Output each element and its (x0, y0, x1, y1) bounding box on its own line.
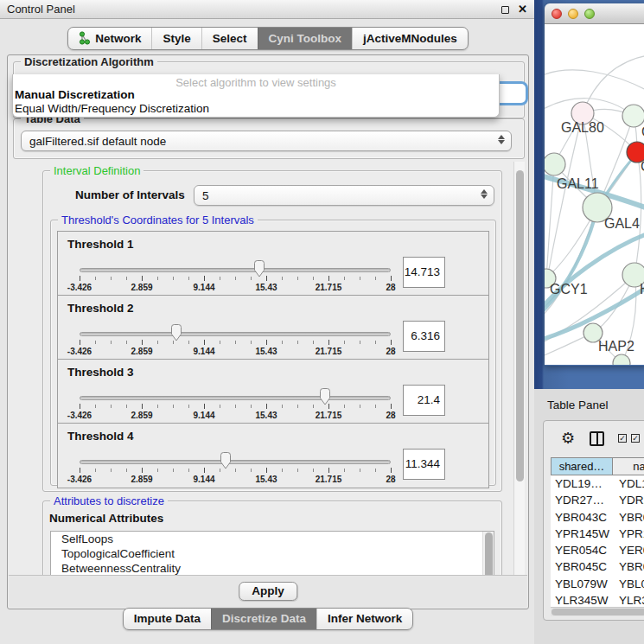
node-attribute-table[interactable]: shared…na YDL19…YDL1YDR27…YDR2YBR043CYBR… (551, 457, 644, 612)
tab-cyni-toolbox[interactable]: Cyni Toolbox (258, 28, 353, 49)
numerical-attributes-list[interactable]: SelfLoopsTopologicalCoefficientBetweenne… (50, 531, 494, 577)
table-row[interactable]: YBR045CYBR0 (551, 558, 644, 575)
threshold-panel-2: Threshold 2-3.4262.8599.14415.4321.71528… (57, 295, 489, 360)
tab-infer-network[interactable]: Infer Network (316, 609, 412, 629)
slider-tick (297, 277, 298, 280)
slider-tick (251, 341, 252, 344)
table-row[interactable]: YDR27…YDR2 (551, 492, 644, 508)
slider-tick (344, 341, 345, 344)
table-panel-inner: ⚙ ✓ ✓ shared…na YDL19…YDL1YDR27…YDR2YBR0… (543, 420, 644, 621)
tab-network[interactable]: Network (68, 28, 151, 49)
table-column-header[interactable]: shared… (551, 457, 613, 475)
slider-tick (80, 468, 80, 473)
slider-tick (80, 276, 80, 281)
threshold-slider-thumb[interactable] (169, 324, 183, 341)
threshold-slider-track[interactable] (80, 268, 391, 272)
threshold-value-field[interactable]: 11.344 (403, 449, 445, 480)
attributes-list-scrollbar[interactable] (482, 532, 494, 577)
threshold-value-field[interactable]: 21.4 (403, 385, 445, 416)
algorithm-option-manual[interactable]: Manual Discretization (13, 88, 499, 102)
network-canvas[interactable]: GAL80GCGAL11GAL4GCY1HHAP2 (545, 24, 644, 365)
slider-tick-label: 15.43 (255, 347, 277, 356)
tab-jactivemnodules[interactable]: jActiveMNodules (352, 28, 468, 49)
slider-tick (328, 276, 329, 281)
threshold-panel-1: Threshold 1-3.4262.8599.14415.4321.71528… (57, 231, 489, 296)
interval-definition-group: Interval Definition Number of Intervals … (42, 170, 502, 492)
slider-tick-label: 2.859 (131, 475, 152, 484)
threshold-slider-thumb[interactable] (318, 388, 332, 405)
threshold-slider-track[interactable] (80, 460, 391, 464)
slider-tick (173, 405, 174, 408)
threshold-slider-thumb[interactable] (219, 452, 233, 469)
slider-tick (297, 405, 298, 408)
slider-tick-label: 28 (386, 283, 395, 292)
slider-tick-label: 9.144 (193, 475, 214, 484)
thresholds-group-title: Threshold's Coordinates for 5 Intervals (58, 214, 258, 226)
threshold-slider-thumb[interactable] (252, 260, 266, 277)
close-traffic-light-icon[interactable] (552, 9, 562, 19)
slider-tick (95, 469, 96, 472)
column-split-icon[interactable] (590, 431, 604, 446)
network-node-label: GAL80 (561, 120, 604, 135)
slider-tick (360, 469, 360, 472)
slider-tick (111, 469, 112, 472)
table-row[interactable]: YER054CYER0 (551, 542, 644, 558)
attribute-list-item[interactable]: SelfLoops (51, 532, 494, 546)
close-icon[interactable]: ✕ (518, 0, 527, 19)
control-panel-titlebar: Control Panel ✕ (0, 0, 536, 19)
network-view-window: GAL80GCGAL11GAL4GCY1HHAP2 (545, 3, 644, 366)
slider-tick (204, 468, 205, 473)
network-window-titlebar[interactable] (545, 3, 644, 24)
apply-button[interactable]: Apply (239, 582, 297, 601)
slider-tick (173, 469, 174, 472)
network-node[interactable] (613, 354, 630, 365)
gear-icon[interactable]: ⚙ (561, 429, 575, 448)
threshold-label: Threshold 2 (67, 302, 134, 315)
slider-tick (142, 404, 143, 409)
checkbox-checked-icon[interactable]: ✓ (618, 434, 627, 443)
tab-label: Cyni Toolbox (269, 32, 342, 45)
zoom-traffic-light-icon[interactable] (584, 9, 595, 19)
table-column-header[interactable]: na (613, 457, 644, 475)
slider-tick (188, 277, 189, 280)
threshold-value-field[interactable]: 6.316 (403, 321, 445, 352)
tab-discretize-data[interactable]: Discretize Data (211, 609, 316, 629)
checkbox-checked-icon[interactable]: ✓ (631, 434, 640, 443)
table-row[interactable]: YDL19…YDL1 (551, 475, 644, 492)
tab-select[interactable]: Select (201, 28, 258, 49)
slider-tick (266, 276, 267, 281)
threshold-slider-track[interactable] (80, 332, 391, 336)
attribute-list-item[interactable]: TopologicalCoefficient (51, 546, 494, 561)
slider-tick (344, 405, 345, 408)
minimize-traffic-light-icon[interactable] (568, 9, 578, 19)
slider-tick (142, 340, 143, 345)
table-data-combobox[interactable]: galFiltered.sif default node (21, 131, 512, 151)
slider-tick (375, 341, 376, 344)
number-of-intervals-combobox[interactable]: 5 (194, 185, 494, 206)
table-row[interactable]: YBR043CYBR0 (551, 509, 644, 526)
network-node[interactable] (545, 153, 565, 175)
slider-tick (344, 277, 345, 280)
float-window-icon[interactable] (501, 6, 509, 14)
slider-tick (360, 405, 360, 408)
slider-tick (391, 468, 392, 473)
table-horizontal-scrollbar[interactable] (551, 607, 644, 616)
slider-tick (360, 341, 360, 344)
slider-tick (111, 341, 112, 344)
tab-impute-data[interactable]: Impute Data (124, 609, 211, 629)
slider-tick-label: 9.144 (193, 283, 214, 292)
algorithm-option-equal-width[interactable]: Equal Width/Frequency Discretization (13, 102, 499, 116)
table-cell: YER054C (551, 542, 613, 558)
threshold-value-field[interactable]: 14.713 (403, 257, 445, 288)
table-row[interactable]: YPR145WYPR1 (551, 526, 644, 542)
threshold-slider-track[interactable] (80, 396, 391, 400)
slider-tick (328, 468, 329, 473)
threshold-panel-3: Threshold 3-3.4262.8599.14415.4321.71528… (57, 359, 489, 424)
attribute-list-item[interactable]: BetweennessCentrality (51, 561, 494, 576)
slider-tick (220, 405, 220, 408)
tab-style[interactable]: Style (151, 28, 201, 49)
table-panel-title: Table Panel (547, 399, 609, 411)
settings-scrollbar[interactable] (513, 162, 525, 577)
table-row[interactable]: YBL079WYBL0 (551, 576, 644, 592)
tab-label: Discretize Data (222, 612, 306, 625)
